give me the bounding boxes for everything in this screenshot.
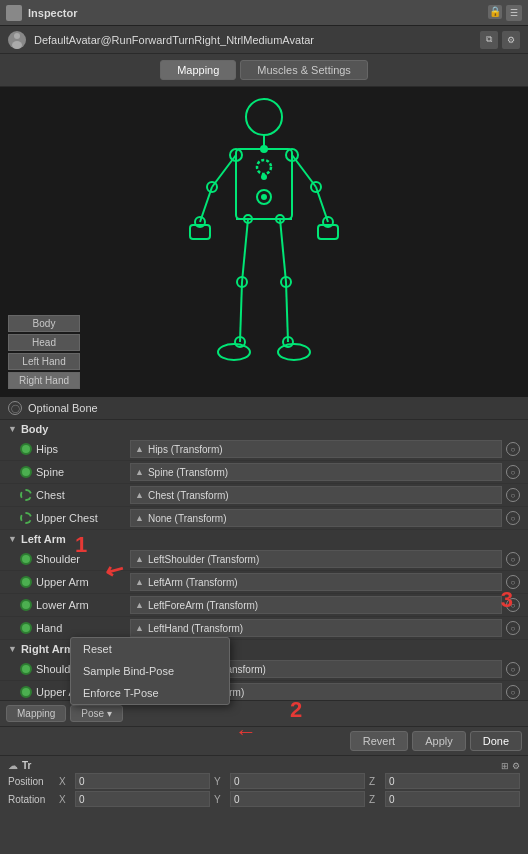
spine-field-value: Spine (Transform) — [148, 467, 228, 478]
left-hand-label: Hand — [36, 622, 126, 634]
hips-circle-btn[interactable]: ○ — [506, 442, 520, 456]
body-btn[interactable]: Body — [8, 315, 80, 332]
rotation-z-input[interactable] — [385, 791, 520, 807]
done-button[interactable]: Done — [470, 731, 522, 751]
section-body[interactable]: ▼ Body — [0, 420, 528, 438]
copy-button[interactable]: ⧉ — [480, 31, 498, 49]
left-hand-field-value: LeftHand (Transform) — [148, 623, 243, 634]
bone-row-left-upper-arm: Upper Arm ▲ LeftArm (Transform) ○ — [0, 571, 528, 594]
body-part-buttons: Body Head Left Hand Right Hand — [8, 315, 80, 389]
title-bar: Inspector 🔒 ☰ — [0, 0, 528, 26]
left-lower-arm-dot — [20, 599, 32, 611]
left-upper-arm-circle-btn[interactable]: ○ — [506, 575, 520, 589]
position-y-input[interactable] — [230, 773, 365, 789]
right-shoulder-circle-btn[interactable]: ○ — [506, 662, 520, 676]
left-shoulder-label: Shoulder — [36, 553, 126, 565]
left-lower-arm-label: Lower Arm — [36, 599, 126, 611]
left-shoulder-field[interactable]: ▲ LeftShoulder (Transform) — [130, 550, 502, 568]
optional-bone-icon: ◯ — [8, 401, 22, 415]
bone-row-hips: Hips ▲ Hips (Transform) ○ — [0, 438, 528, 461]
left-shoulder-dot — [20, 553, 32, 565]
hips-field-value: Hips (Transform) — [148, 444, 223, 455]
svg-line-29 — [286, 282, 288, 342]
upper-chest-circle-btn[interactable]: ○ — [506, 511, 520, 525]
position-y-field: Y — [214, 773, 365, 789]
hips-field-icon: ▲ — [135, 444, 144, 454]
tab-bar: Mapping Muscles & Settings — [0, 54, 528, 87]
rotation-y-input[interactable] — [230, 791, 365, 807]
left-lower-arm-field[interactable]: ▲ LeftForeArm (Transform) — [130, 596, 502, 614]
left-arm-arrow: ▼ — [8, 534, 17, 544]
chest-dot — [20, 489, 32, 501]
inspector-panel: ◯ Optional Bone ▼ Body Hips ▲ Hips (Tran… — [0, 397, 528, 813]
body-label: Body — [21, 423, 49, 435]
section-left-arm[interactable]: ▼ Left Arm — [0, 530, 528, 548]
avatar-name: DefaultAvatar@RunForwardTurnRight_NtrlMe… — [34, 34, 472, 46]
svg-line-24 — [240, 282, 242, 342]
right-hand-btn[interactable]: Right Hand — [8, 372, 80, 389]
transform-bar: ☁ Tr ⊞ ⚙ Position X Y Z Rotation X — [0, 755, 528, 813]
left-shoulder-field-value: LeftShoulder (Transform) — [148, 554, 259, 565]
title-text: Inspector — [28, 7, 78, 19]
chest-label: Chest — [36, 489, 126, 501]
tab-muscles[interactable]: Muscles & Settings — [240, 60, 368, 80]
spine-field[interactable]: ▲ Spine (Transform) — [130, 463, 502, 481]
upper-chest-label: Upper Chest — [36, 512, 126, 524]
settings-button[interactable]: ⚙ — [502, 31, 520, 49]
menu-icon[interactable]: ☰ — [506, 5, 522, 21]
position-y-axis: Y — [214, 776, 228, 787]
pose-enforce-t[interactable]: Enforce T-Pose — [71, 682, 229, 704]
svg-point-0 — [14, 33, 20, 39]
upper-chest-field-icon: ▲ — [135, 513, 144, 523]
svg-point-31 — [278, 344, 310, 360]
transform-header-row: ☁ Tr ⊞ ⚙ — [8, 760, 520, 771]
rotation-row: Rotation X Y Z — [8, 791, 520, 807]
transform-icon: ☁ — [8, 760, 18, 771]
svg-point-5 — [257, 160, 271, 174]
mapping-tab[interactable]: Mapping — [6, 705, 66, 722]
pose-menu: Reset Sample Bind-Pose Enforce T-Pose — [70, 637, 230, 705]
left-upper-arm-label: Upper Arm — [36, 576, 126, 588]
lock-icon[interactable]: 🔒 — [488, 5, 502, 19]
left-hand-btn[interactable]: Left Hand — [8, 353, 80, 370]
left-hand-circle-btn[interactable]: ○ — [506, 621, 520, 635]
head-btn[interactable]: Head — [8, 334, 80, 351]
pose-reset[interactable]: Reset — [71, 638, 229, 660]
svg-line-27 — [280, 219, 286, 282]
position-label: Position — [8, 776, 55, 787]
bone-row-chest: Chest ▲ Chest (Transform) ○ — [0, 484, 528, 507]
position-z-input[interactable] — [385, 773, 520, 789]
position-row: Position X Y Z — [8, 773, 520, 789]
transform-tr-label: Tr — [22, 760, 31, 771]
tab-mapping[interactable]: Mapping — [160, 60, 236, 80]
upper-chest-field[interactable]: ▲ None (Transform) — [130, 509, 502, 527]
apply-button[interactable]: Apply — [412, 731, 466, 751]
left-upper-arm-field[interactable]: ▲ LeftArm (Transform) — [130, 573, 502, 591]
pose-sample-bind[interactable]: Sample Bind-Pose — [71, 660, 229, 682]
inspector-icon — [6, 5, 22, 21]
pose-tab[interactable]: Pose ▾ — [70, 705, 123, 722]
svg-point-20 — [261, 174, 267, 180]
position-x-input[interactable] — [75, 773, 210, 789]
revert-button[interactable]: Revert — [350, 731, 408, 751]
chest-circle-btn[interactable]: ○ — [506, 488, 520, 502]
avatar-bar: DefaultAvatar@RunForwardTurnRight_NtrlMe… — [0, 26, 528, 54]
left-hand-field[interactable]: ▲ LeftHand (Transform) — [130, 619, 502, 637]
right-upper-arm-circle-btn[interactable]: ○ — [506, 685, 520, 699]
avatar-viewer: Body Head Left Hand Right Hand — [0, 87, 528, 397]
chest-field[interactable]: ▲ Chest (Transform) — [130, 486, 502, 504]
right-arm-label: Right Arm — [21, 643, 74, 655]
left-hand-field-icon: ▲ — [135, 623, 144, 633]
position-x-axis: X — [59, 776, 73, 787]
spine-circle-btn[interactable]: ○ — [506, 465, 520, 479]
svg-point-32 — [260, 145, 268, 153]
left-shoulder-field-icon: ▲ — [135, 554, 144, 564]
left-lower-arm-circle-btn[interactable]: ○ — [506, 598, 520, 612]
position-z-axis: Z — [369, 776, 383, 787]
rotation-y-axis: Y — [214, 794, 228, 805]
left-shoulder-circle-btn[interactable]: ○ — [506, 552, 520, 566]
rotation-x-input[interactable] — [75, 791, 210, 807]
action-bar: Revert Apply Done — [0, 726, 528, 755]
hips-field[interactable]: ▲ Hips (Transform) — [130, 440, 502, 458]
body-arrow: ▼ — [8, 424, 17, 434]
